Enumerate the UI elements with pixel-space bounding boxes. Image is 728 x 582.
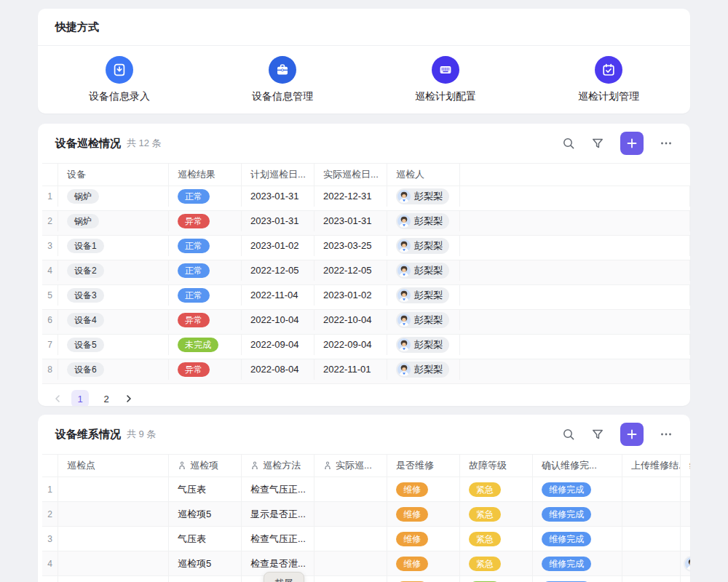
table-cell[interactable]: 2022-09-04	[242, 335, 314, 355]
shortcut-device-entry[interactable]: 设备信息录入	[38, 56, 201, 103]
table-cell[interactable]: 2022-11-01	[314, 359, 387, 380]
table-cell[interactable]	[622, 576, 681, 582]
column-header[interactable]: 上传维修结...	[622, 455, 681, 477]
table-cell[interactable]	[460, 335, 690, 355]
table-cell[interactable]	[681, 527, 690, 551]
table-cell[interactable]: 2023-01-02	[242, 236, 314, 256]
column-header[interactable]: 巡检点	[58, 455, 169, 477]
table-cell[interactable]: 彭梨梨	[387, 236, 460, 256]
table-cell[interactable]	[314, 502, 387, 526]
table-cell[interactable]: 正常	[169, 186, 242, 207]
table-cell[interactable]: 设备6	[58, 359, 169, 380]
table-cell[interactable]: 检查气压正...	[242, 527, 314, 551]
table-cell[interactable]	[314, 527, 387, 551]
table-cell[interactable]: 锅炉	[58, 186, 169, 207]
table-cell[interactable]: 异常	[169, 359, 242, 380]
table-cell[interactable]	[58, 477, 169, 501]
table-cell[interactable]	[314, 477, 387, 501]
more-icon[interactable]	[660, 137, 673, 150]
prev-page-icon[interactable]	[52, 394, 63, 404]
table-cell[interactable]: 2022-12-05	[242, 260, 314, 281]
table-cell[interactable]: 正常	[169, 236, 242, 256]
filter-icon[interactable]	[591, 137, 604, 150]
table-cell[interactable]: 异常	[169, 211, 242, 231]
table-cell[interactable]	[622, 477, 681, 501]
table-cell[interactable]: 维修	[387, 502, 460, 526]
table-cell[interactable]	[58, 527, 169, 551]
table-cell[interactable]	[460, 260, 690, 281]
table-cell[interactable]: 显示是否正...	[242, 502, 314, 526]
table-cell[interactable]	[58, 576, 169, 582]
table-cell[interactable]: 2022-10-04	[314, 310, 387, 330]
table-cell[interactable]: 维修	[387, 551, 460, 575]
table-cell[interactable]: 紧急	[460, 551, 533, 575]
table-cell[interactable]: 正常	[169, 260, 242, 281]
table-cell[interactable]	[58, 502, 169, 526]
table-cell[interactable]	[460, 211, 690, 231]
column-header[interactable]: 巡检项	[169, 455, 242, 477]
table-cell[interactable]: 2023-01-31	[242, 211, 314, 231]
table-cell[interactable]	[681, 477, 690, 501]
table-cell[interactable]	[622, 527, 681, 551]
page-button-1[interactable]: 1	[71, 390, 89, 406]
column-header[interactable]: 计划巡检日...	[242, 164, 314, 186]
table-cell[interactable]: 巡检项5	[169, 576, 242, 582]
table-cell[interactable]	[58, 551, 169, 575]
table-cell[interactable]: 设备1	[58, 236, 169, 256]
table-cell[interactable]	[681, 502, 690, 526]
table-cell[interactable]: 彭梨梨	[387, 186, 460, 207]
search-icon[interactable]	[562, 428, 575, 441]
table-cell[interactable]: 彭梨梨	[387, 211, 460, 231]
table-cell[interactable]: 紧急	[460, 527, 533, 551]
table-cell[interactable]: 维修完成	[533, 527, 622, 551]
table-cell[interactable]: 一般	[460, 576, 533, 582]
table-cell[interactable]	[460, 285, 690, 306]
table-cell[interactable]: 维修完成	[533, 477, 622, 501]
table-cell[interactable]: 检查气压正...	[242, 477, 314, 501]
table-cell[interactable]: 2022-10-04	[242, 310, 314, 330]
shortcut-plan-config[interactable]: 巡检计划配置	[364, 56, 527, 103]
table-cell[interactable]: 2022-12-31	[314, 186, 387, 207]
table-cell[interactable]: 未完成	[169, 335, 242, 355]
table-cell[interactable]: 气压表	[169, 477, 242, 501]
table-cell[interactable]	[314, 551, 387, 575]
table-cell[interactable]: 巡检项5	[169, 502, 242, 526]
shortcut-device-manage[interactable]: 设备信息管理	[201, 56, 364, 103]
column-header[interactable]: 巡检方法	[242, 455, 314, 477]
table-cell[interactable]: 维修	[387, 527, 460, 551]
table-cell[interactable]: 彭梨梨	[387, 335, 460, 355]
table-cell[interactable]: 2022-08-04	[242, 359, 314, 380]
table-cell[interactable]: 维修完成	[533, 502, 622, 526]
table-cell[interactable]	[460, 359, 690, 380]
table-cell[interactable]: 2023-03-25	[314, 236, 387, 256]
table-cell[interactable]: 紧急	[460, 477, 533, 501]
column-header[interactable]: 维	[681, 455, 690, 477]
column-header[interactable]: 巡检结果	[169, 164, 242, 186]
table-cell[interactable]: 维修	[387, 576, 460, 582]
column-header[interactable]: 设备	[58, 164, 169, 186]
column-header[interactable]: 故障等级	[460, 455, 533, 477]
column-header[interactable]: 巡检人	[387, 164, 460, 186]
table-cell[interactable]	[681, 576, 690, 582]
table-cell[interactable]: 紧急	[460, 502, 533, 526]
next-page-icon[interactable]	[124, 394, 134, 404]
table-cell[interactable]: 2022-11-04	[242, 285, 314, 306]
filter-icon[interactable]	[591, 428, 604, 441]
column-header[interactable]: 是否维修	[387, 455, 460, 477]
shortcut-plan-manage[interactable]: 巡检计划管理	[527, 56, 690, 103]
table-cell[interactable]	[460, 236, 690, 256]
table-cell[interactable]: 巡检项5	[169, 551, 242, 575]
table-cell[interactable]: 设备2	[58, 260, 169, 281]
table-cell[interactable]	[314, 576, 387, 582]
column-header[interactable]: 确认维修完...	[533, 455, 622, 477]
table-cell[interactable]: 气压表	[169, 527, 242, 551]
more-icon[interactable]	[660, 428, 673, 441]
column-header[interactable]: 实际巡检日...	[314, 164, 387, 186]
column-header[interactable]: 实际巡...	[314, 455, 387, 477]
table-cell[interactable]: 2023-01-31	[242, 186, 314, 207]
table-cell[interactable]	[622, 551, 681, 575]
table-cell[interactable]: 锅炉	[58, 211, 169, 231]
table-cell[interactable]	[622, 502, 681, 526]
search-icon[interactable]	[562, 137, 575, 150]
table-cell[interactable]: 设备4	[58, 310, 169, 330]
